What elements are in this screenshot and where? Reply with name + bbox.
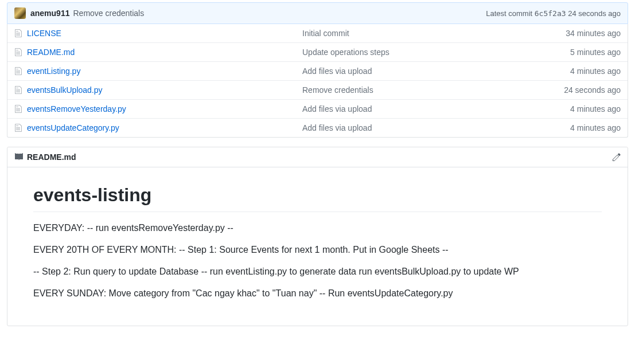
readme-paragraph: EVERYDAY: -- run eventsRemoveYesterday.p…	[33, 221, 602, 235]
table-row: eventListing.pyAdd files via upload4 min…	[7, 61, 628, 80]
file-time: 24 seconds ago	[564, 85, 621, 95]
file-icon	[14, 66, 22, 76]
readme-filename: README.md	[27, 152, 76, 162]
file-icon	[14, 48, 22, 57]
file-commit-message[interactable]: Update operations steps	[302, 48, 389, 57]
file-commit-message[interactable]: Initial commit	[302, 29, 349, 38]
readme-paragraph: EVERY SUNDAY: Move category from "Cac ng…	[33, 287, 602, 300]
readme-body: events-listing EVERYDAY: -- run eventsRe…	[7, 167, 628, 326]
file-link[interactable]: eventsBulkUpload.py	[27, 85, 103, 95]
file-icon	[14, 29, 22, 38]
table-row: LICENSEInitial commit34 minutes ago	[7, 24, 628, 42]
readme-title: events-listing	[33, 185, 602, 212]
file-link[interactable]: eventsUpdateCategory.py	[27, 123, 119, 132]
table-row: eventsBulkUpload.pyRemove credentials24 …	[7, 80, 628, 99]
file-commit-message[interactable]: Add files via upload	[302, 66, 372, 76]
file-time: 4 minutes ago	[570, 66, 621, 76]
file-list: LICENSEInitial commit34 minutes agoREADM…	[7, 24, 628, 138]
avatar[interactable]	[14, 7, 26, 19]
file-icon	[14, 85, 22, 95]
latest-commit-label: Latest commit	[486, 9, 532, 18]
file-commit-message[interactable]: Remove credentials	[302, 85, 373, 95]
readme-paragraph: -- Step 2: Run query to update Database …	[33, 265, 602, 279]
file-time: 4 minutes ago	[570, 104, 621, 113]
author-link[interactable]: anemu911	[30, 9, 69, 18]
commit-sha-link[interactable]: 6c5f2a3	[535, 9, 566, 18]
commit-message-link[interactable]: Remove credentials	[73, 9, 144, 18]
book-icon	[14, 152, 24, 162]
file-time: 4 minutes ago	[570, 123, 621, 132]
file-commit-message[interactable]: Add files via upload	[302, 104, 372, 113]
pencil-icon[interactable]	[613, 152, 621, 162]
file-icon	[14, 104, 22, 113]
latest-commit-bar: anemu911 Remove credentials Latest commi…	[7, 2, 628, 24]
file-icon	[14, 123, 22, 132]
commit-time: 24 seconds ago	[568, 9, 621, 18]
readme-paragraph: EVERY 20TH OF EVERY MONTH: -- Step 1: So…	[33, 243, 602, 257]
file-link[interactable]: eventListing.py	[27, 66, 80, 76]
readme-box: README.md events-listing EVERYDAY: -- ru…	[7, 147, 628, 326]
table-row: eventsUpdateCategory.pyAdd files via upl…	[7, 118, 628, 137]
file-time: 5 minutes ago	[570, 48, 621, 57]
file-time: 34 minutes ago	[566, 29, 621, 38]
file-link[interactable]: eventsRemoveYesterday.py	[27, 104, 126, 113]
file-commit-message[interactable]: Add files via upload	[302, 123, 372, 132]
table-row: README.mdUpdate operations steps5 minute…	[7, 42, 628, 61]
file-link[interactable]: README.md	[27, 48, 75, 57]
file-link[interactable]: LICENSE	[27, 29, 61, 38]
table-row: eventsRemoveYesterday.pyAdd files via up…	[7, 99, 628, 118]
